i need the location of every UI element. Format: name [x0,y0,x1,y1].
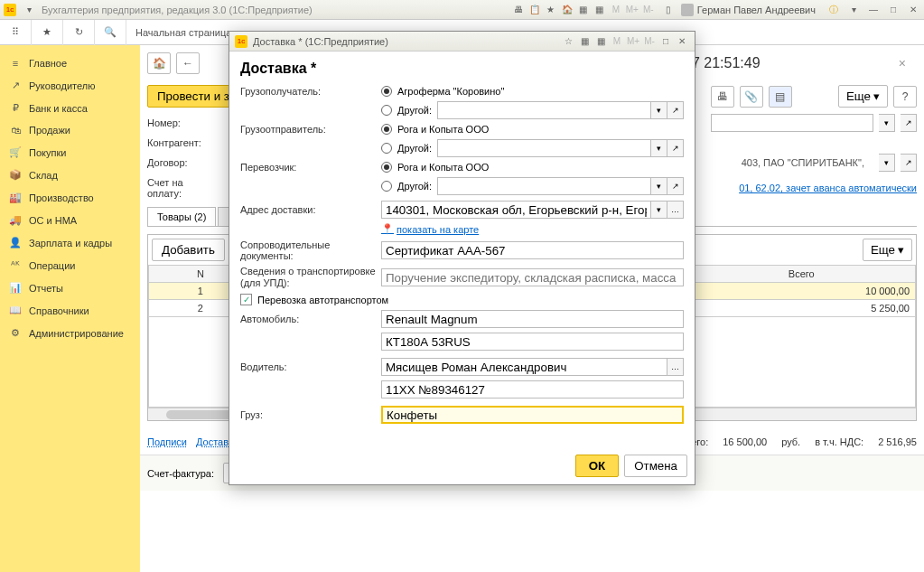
nav-os-icon: 🚚 [9,214,22,226]
carrier-other-ext[interactable]: ↗ [667,177,684,195]
ok-button[interactable]: ОК [575,455,620,477]
tb-icon-4[interactable]: 🏠 [560,4,574,16]
carrier-other-drop[interactable]: ▾ [651,177,667,195]
print-button[interactable]: 🖶 [711,86,734,108]
tb-m[interactable]: M [609,4,623,16]
nav-production-icon: 🏭 [9,192,22,203]
more-button[interactable]: Еще▾ [838,85,888,108]
search-icon[interactable]: 🔍 [95,20,126,45]
app-icon: 1c [4,4,16,16]
history-icon[interactable]: ↻ [63,20,95,45]
modal-mp[interactable]: M+ [626,35,640,48]
map-link[interactable]: 📍показать на карте [381,223,479,235]
ext-2[interactable]: ↗ [901,154,917,172]
user-badge[interactable]: Герман Павел Андреевич [681,4,816,16]
nav-warehouse[interactable]: 📦Склад [0,164,140,186]
modal-i3[interactable]: ▦ [593,35,608,48]
consignee-other-ext[interactable]: ↗ [667,101,684,119]
consignee-other-drop[interactable]: ▾ [651,101,667,119]
consignor-other-radio[interactable] [381,143,392,154]
table-more-button[interactable]: Еще▾ [863,239,912,261]
carrier-radio[interactable] [381,162,392,173]
consignee-other-input[interactable] [437,101,651,119]
consignor-other-input[interactable] [437,139,651,157]
modal-close-button[interactable]: ✕ [675,35,689,48]
nav-reports[interactable]: 📊Отчеты [0,277,140,299]
modal-fav-icon[interactable]: ☆ [561,35,575,48]
tb-icon-5[interactable]: ▦ [576,4,591,16]
add-button[interactable]: Добавить [152,239,225,261]
nav-salary[interactable]: 👤Зарплата и кадры [0,231,140,254]
cargo-input[interactable] [381,406,684,424]
nav-sales[interactable]: 🛍Продажи [0,119,140,141]
auto-checkbox[interactable] [240,294,252,305]
field-right-1[interactable] [711,114,873,132]
consignor-other-ext[interactable]: ↗ [667,139,684,157]
modal-max-button[interactable]: □ [658,35,673,48]
minimize-button[interactable]: — [866,4,881,16]
modal-mm[interactable]: M- [642,35,657,48]
star-icon[interactable]: ★ [32,20,63,45]
home-button[interactable]: 🏠 [147,52,171,74]
tb-icon-3[interactable]: ★ [544,4,558,16]
carrier-other-input[interactable] [437,177,651,195]
driver-ext[interactable]: … [667,358,684,376]
cancel-button[interactable]: Отмена [624,455,687,477]
address-label: Адрес доставки: [240,204,376,215]
nav-manager[interactable]: ↗Руководителю [0,74,140,97]
apps-icon[interactable]: ⠿ [0,20,32,45]
advance-link[interactable]: 01, 62.02, зачет аванса автоматически [739,183,917,193]
address-ext[interactable]: … [667,201,684,219]
nav-catalogs[interactable]: 📖Справочники [0,299,140,322]
drop-2[interactable]: ▾ [879,154,895,172]
modal-i2[interactable]: ▦ [577,35,592,48]
nav-admin-icon: ⚙ [9,327,22,339]
nav-production[interactable]: 🏭Производство [0,186,140,209]
close-button[interactable]: ✕ [906,4,920,16]
consignor-radio[interactable] [381,124,392,135]
consignor-other-drop[interactable]: ▾ [651,139,667,157]
tb-m-minus[interactable]: M- [641,4,656,16]
drop-1[interactable]: ▾ [879,114,895,132]
post-close-button[interactable]: Провести и з [147,85,239,108]
modal-m[interactable]: M [610,35,624,48]
attach-button[interactable]: 📎 [740,86,763,108]
consignee-other-radio[interactable] [381,105,392,116]
ext-1[interactable]: ↗ [901,114,917,132]
nav-purchases[interactable]: 🛒Покупки [0,141,140,164]
info-icon[interactable]: ⓘ [826,4,841,16]
vehicle-input[interactable] [381,310,684,328]
modal-icon: 1c [235,35,247,48]
help-button[interactable]: ? [893,86,917,108]
signatures-link[interactable]: Подписи [147,436,187,447]
driver-input[interactable] [381,358,667,376]
tb-sep: ▯ [661,4,676,16]
tb-icon-2[interactable]: 📋 [527,4,542,16]
nav-operations[interactable]: ᴬᴷОперации [0,254,140,277]
close-doc-button[interactable]: × [899,56,906,70]
start-page-tab[interactable]: Начальная страница [126,27,240,38]
docs-input[interactable] [381,241,684,259]
address-input[interactable] [381,201,651,219]
modal-window-title: Доставка * (1С:Предприятие) [253,36,555,47]
transport-info-input[interactable] [381,268,684,286]
consignee-radio[interactable] [381,86,392,97]
tab-goods[interactable]: Товары (2) [147,207,216,226]
dropdown-icon[interactable]: ▾ [22,4,36,16]
tb-icon-1[interactable]: 🖶 [511,4,526,16]
list-button[interactable]: ▤ [769,86,792,108]
tb-icon-6[interactable]: ▦ [593,4,607,16]
tb-m-plus[interactable]: M+ [625,4,639,16]
carrier-other-label: Другой: [397,181,432,192]
nav-bank[interactable]: ₽Банк и касса [0,97,140,119]
nav-main[interactable]: ≡Главное [0,52,140,74]
maximize-button[interactable]: □ [886,4,901,16]
back-button[interactable]: ← [176,52,200,74]
nav-os-nma[interactable]: 🚚ОС и НМА [0,209,140,231]
nav-admin[interactable]: ⚙Администрирование [0,322,140,344]
plate-input[interactable] [381,333,684,351]
nav-salary-icon: 👤 [9,237,22,248]
address-drop[interactable]: ▾ [651,201,667,219]
carrier-other-radio[interactable] [381,181,392,192]
license-input[interactable] [381,380,684,399]
